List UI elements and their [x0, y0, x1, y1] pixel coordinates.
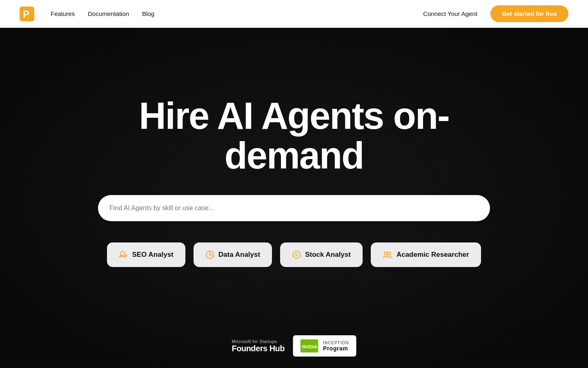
nav-right: Connect Your Agent Get started for free — [423, 5, 568, 22]
chip-seo-analyst[interactable]: SEO Analyst — [107, 242, 185, 267]
suggestion-chips: SEO Analyst Data Analyst — [107, 242, 481, 267]
svg-point-4 — [209, 254, 211, 256]
ms-bottom-label: Founders Hub — [232, 344, 285, 353]
nav-links: Features Documentation Blog — [51, 10, 423, 17]
nav-documentation[interactable]: Documentation — [88, 10, 129, 17]
svg-text:NVIDIA: NVIDIA — [302, 344, 317, 349]
navbar: P Features Documentation Blog Connect Yo… — [0, 0, 588, 28]
nvidia-program-label: Program — [323, 345, 348, 352]
chip-data-label: Data Analyst — [218, 251, 260, 259]
chip-data-analyst[interactable]: Data Analyst — [194, 242, 272, 267]
stock-analyst-icon: $ — [292, 250, 301, 259]
microsoft-partner: Microsoft for Startups Founders Hub — [232, 339, 285, 353]
nvidia-logo-icon: NVIDIA — [300, 339, 318, 352]
logo[interactable]: P — [20, 7, 34, 21]
nvidia-partner: NVIDIA INCEPTION Program — [293, 335, 356, 357]
search-bar[interactable] — [98, 195, 490, 221]
svg-point-8 — [388, 252, 391, 255]
chip-academic-researcher[interactable]: Academic Researcher — [371, 242, 481, 267]
svg-point-7 — [384, 252, 388, 255]
get-started-button[interactable]: Get started for free — [490, 5, 568, 22]
chip-seo-label: SEO Analyst — [132, 251, 173, 259]
academic-researcher-icon — [383, 250, 392, 259]
hero-section: Hire AI Agents on-demand SEO Analyst — [0, 28, 588, 368]
search-input[interactable] — [109, 204, 479, 212]
partners-bar: Microsoft for Startups Founders Hub NVID… — [232, 335, 356, 357]
svg-text:P: P — [23, 9, 29, 20]
chip-academic-label: Academic Researcher — [396, 251, 469, 259]
hero-content: Hire AI Agents on-demand SEO Analyst — [0, 96, 588, 299]
svg-point-2 — [120, 251, 125, 256]
chip-stock-label: Stock Analyst — [305, 251, 351, 259]
nav-blog[interactable]: Blog — [142, 10, 154, 17]
nav-features[interactable]: Features — [51, 10, 75, 17]
data-analyst-icon — [205, 250, 214, 259]
connect-agent-link[interactable]: Connect Your Agent — [423, 10, 477, 17]
nvidia-inception-label: INCEPTION — [323, 341, 349, 345]
hero-title: Hire AI Agents on-demand — [98, 96, 490, 175]
ms-top-label: Microsoft for Startups — [232, 339, 277, 344]
seo-analyst-icon — [119, 250, 128, 259]
nvidia-text: INCEPTION Program — [323, 341, 349, 352]
svg-text:$: $ — [295, 252, 297, 257]
chip-stock-analyst[interactable]: $ Stock Analyst — [280, 242, 363, 267]
